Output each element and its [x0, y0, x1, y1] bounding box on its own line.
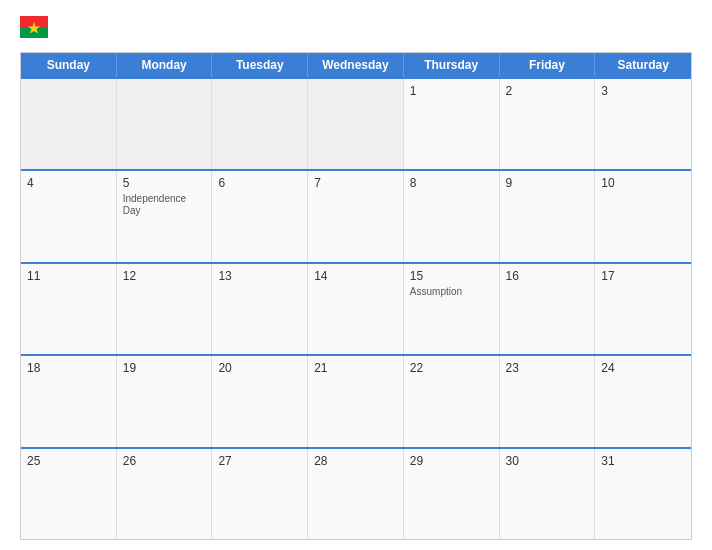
day-header-thursday: Thursday — [404, 53, 500, 77]
day-number: 13 — [218, 269, 301, 283]
day-cell: 13 — [212, 264, 308, 354]
day-header-tuesday: Tuesday — [212, 53, 308, 77]
day-cell: 24 — [595, 356, 691, 446]
day-cell: 28 — [308, 449, 404, 539]
day-cell: 17 — [595, 264, 691, 354]
day-number: 9 — [506, 176, 589, 190]
day-number: 23 — [506, 361, 589, 375]
day-number: 24 — [601, 361, 685, 375]
day-number: 28 — [314, 454, 397, 468]
day-cell — [212, 79, 308, 169]
day-headers-row: SundayMondayTuesdayWednesdayThursdayFrid… — [21, 53, 691, 77]
day-number: 17 — [601, 269, 685, 283]
day-cell: 25 — [21, 449, 117, 539]
day-cell: 1 — [404, 79, 500, 169]
day-number: 2 — [506, 84, 589, 98]
day-cell: 15Assumption — [404, 264, 500, 354]
logo — [20, 16, 48, 42]
day-number: 11 — [27, 269, 110, 283]
page-header — [20, 16, 692, 42]
day-cell: 21 — [308, 356, 404, 446]
day-cell: 19 — [117, 356, 213, 446]
day-cell: 26 — [117, 449, 213, 539]
week-row-1: 123 — [21, 77, 691, 169]
day-cell: 5Independence Day — [117, 171, 213, 261]
day-number: 6 — [218, 176, 301, 190]
day-number: 29 — [410, 454, 493, 468]
day-cell: 22 — [404, 356, 500, 446]
week-row-3: 1112131415Assumption1617 — [21, 262, 691, 354]
day-cell: 3 — [595, 79, 691, 169]
day-cell: 20 — [212, 356, 308, 446]
day-number: 16 — [506, 269, 589, 283]
day-cell: 7 — [308, 171, 404, 261]
day-cell: 31 — [595, 449, 691, 539]
day-cell: 18 — [21, 356, 117, 446]
day-cell: 8 — [404, 171, 500, 261]
day-cell: 27 — [212, 449, 308, 539]
day-number: 26 — [123, 454, 206, 468]
day-cell: 14 — [308, 264, 404, 354]
day-header-monday: Monday — [117, 53, 213, 77]
day-cell: 10 — [595, 171, 691, 261]
week-row-4: 18192021222324 — [21, 354, 691, 446]
day-number: 18 — [27, 361, 110, 375]
day-cell: 2 — [500, 79, 596, 169]
day-number: 20 — [218, 361, 301, 375]
day-cell: 11 — [21, 264, 117, 354]
day-cell: 12 — [117, 264, 213, 354]
calendar-grid: SundayMondayTuesdayWednesdayThursdayFrid… — [20, 52, 692, 540]
day-cell — [308, 79, 404, 169]
day-number: 25 — [27, 454, 110, 468]
day-event: Independence Day — [123, 193, 206, 217]
day-cell: 6 — [212, 171, 308, 261]
day-number: 10 — [601, 176, 685, 190]
calendar-body: 12345Independence Day6789101112131415Ass… — [21, 77, 691, 539]
day-event: Assumption — [410, 286, 493, 298]
calendar-page: SundayMondayTuesdayWednesdayThursdayFrid… — [0, 0, 712, 550]
week-row-5: 25262728293031 — [21, 447, 691, 539]
day-number: 4 — [27, 176, 110, 190]
day-header-wednesday: Wednesday — [308, 53, 404, 77]
day-number: 5 — [123, 176, 206, 190]
week-row-2: 45Independence Day678910 — [21, 169, 691, 261]
logo-flag-icon — [20, 16, 48, 38]
day-number: 30 — [506, 454, 589, 468]
day-cell — [21, 79, 117, 169]
day-number: 8 — [410, 176, 493, 190]
day-number: 3 — [601, 84, 685, 98]
day-number: 12 — [123, 269, 206, 283]
day-number: 27 — [218, 454, 301, 468]
day-cell: 30 — [500, 449, 596, 539]
day-number: 14 — [314, 269, 397, 283]
day-number: 21 — [314, 361, 397, 375]
day-cell — [117, 79, 213, 169]
day-header-friday: Friday — [500, 53, 596, 77]
day-cell: 16 — [500, 264, 596, 354]
day-header-saturday: Saturday — [595, 53, 691, 77]
day-cell: 4 — [21, 171, 117, 261]
day-number: 19 — [123, 361, 206, 375]
day-number: 7 — [314, 176, 397, 190]
day-number: 1 — [410, 84, 493, 98]
day-number: 15 — [410, 269, 493, 283]
day-number: 22 — [410, 361, 493, 375]
day-number: 31 — [601, 454, 685, 468]
day-cell: 23 — [500, 356, 596, 446]
day-cell: 9 — [500, 171, 596, 261]
day-cell: 29 — [404, 449, 500, 539]
day-header-sunday: Sunday — [21, 53, 117, 77]
